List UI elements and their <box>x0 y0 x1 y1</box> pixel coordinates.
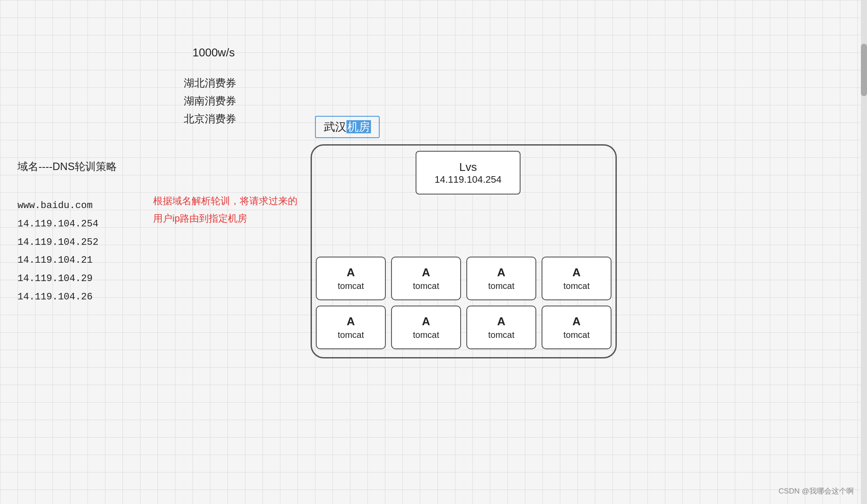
tomcat-grid: A tomcat A tomcat A tomcat A tomcat A to… <box>311 251 617 355</box>
ip-item-1: 14.119.104.254 <box>17 215 98 233</box>
tomcat-cell-5-label: tomcat <box>413 330 439 340</box>
tomcat-cell-0-letter: A <box>347 266 355 279</box>
consumption-item-1: 湖北消费券 <box>184 74 236 92</box>
consumption-item-2: 湖南消费券 <box>184 92 236 110</box>
consumption-item-3: 北京消费券 <box>184 110 236 128</box>
tomcat-cell-3-label: tomcat <box>563 281 590 291</box>
tomcat-cell-7-letter: A <box>573 315 581 328</box>
dns-desc-line1: 根据域名解析轮训，将请求过来的 <box>153 192 297 210</box>
tomcat-cell-0: A tomcat <box>316 257 386 300</box>
ip-item-3: 14.119.104.21 <box>17 251 98 270</box>
consumption-list: 湖北消费券 湖南消费券 北京消费券 <box>184 74 236 128</box>
wuhan-datacenter-label: 武汉机房 <box>315 116 380 138</box>
lvs-ip: 14.119.104.254 <box>435 174 502 185</box>
tomcat-cell-7-label: tomcat <box>563 330 590 340</box>
wuhan-text: 武汉 <box>324 120 346 133</box>
tomcat-cell-3: A tomcat <box>542 257 612 300</box>
tomcat-cell-4-label: tomcat <box>338 330 364 340</box>
lvs-box: Lvs 14.119.104.254 <box>416 151 521 195</box>
tomcat-cell-1-letter: A <box>422 266 430 279</box>
ip-item-5: 14.119.104.26 <box>17 288 98 306</box>
tomcat-cell-6-letter: A <box>497 315 506 328</box>
scrollbar-thumb[interactable] <box>861 44 867 96</box>
tomcat-cell-0-label: tomcat <box>338 281 364 291</box>
tomcat-cell-5-letter: A <box>422 315 430 328</box>
tomcat-cell-2: A tomcat <box>466 257 536 300</box>
ip-item-0: www.baidu.com <box>17 197 98 215</box>
dns-label: 域名----DNS轮训策略 <box>17 160 117 174</box>
tomcat-cell-1: A tomcat <box>391 257 461 300</box>
tomcat-cell-3-letter: A <box>573 266 581 279</box>
tomcat-cell-2-label: tomcat <box>488 281 514 291</box>
speed-label: 1000w/s <box>192 46 235 59</box>
tomcat-cell-6-label: tomcat <box>488 330 514 340</box>
tomcat-cell-5: A tomcat <box>391 306 461 349</box>
ip-item-4: 14.119.104.29 <box>17 270 98 288</box>
ip-item-2: 14.119.104.252 <box>17 233 98 252</box>
dns-description: 根据域名解析轮训，将请求过来的 用户ip路由到指定机房 <box>153 192 297 227</box>
csdn-watermark: CSDN @我哪会这个啊 <box>779 486 854 496</box>
tomcat-cell-6: A tomcat <box>466 306 536 349</box>
jiufang-highlight: 机房 <box>346 120 371 133</box>
ip-list: www.baidu.com 14.119.104.254 14.119.104.… <box>17 197 98 306</box>
tomcat-cell-7: A tomcat <box>542 306 612 349</box>
tomcat-cell-4: A tomcat <box>316 306 386 349</box>
scrollbar[interactable] <box>861 0 867 504</box>
lvs-title: Lvs <box>459 160 477 174</box>
tomcat-cell-4-letter: A <box>347 315 355 328</box>
dns-desc-line2: 用户ip路由到指定机房 <box>153 210 297 227</box>
tomcat-cell-2-letter: A <box>497 266 506 279</box>
tomcat-cell-1-label: tomcat <box>413 281 439 291</box>
